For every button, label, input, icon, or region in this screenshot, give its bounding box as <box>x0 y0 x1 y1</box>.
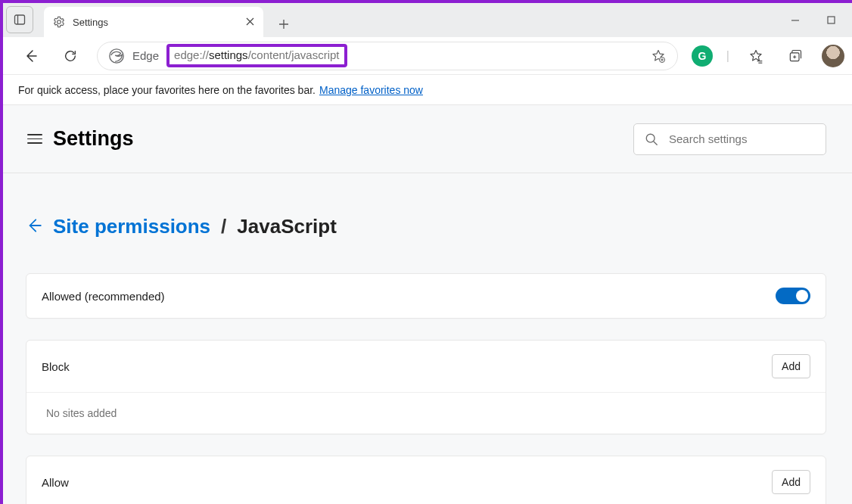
tab-strip: Settings <box>44 3 297 37</box>
arrow-left-icon <box>26 217 42 234</box>
collections-button[interactable] <box>782 43 808 69</box>
grammarly-extension-icon[interactable]: G <box>692 45 713 67</box>
svg-point-9 <box>646 134 655 142</box>
search-icon <box>645 132 658 146</box>
menu-button[interactable] <box>21 126 48 153</box>
page-title: Settings <box>53 127 134 151</box>
block-label: Block <box>42 360 70 373</box>
star-plus-icon <box>651 48 666 64</box>
tab-settings[interactable]: Settings <box>44 7 263 37</box>
toolbar: Edge edge://settings/content/javascript … <box>3 37 852 75</box>
browser-name-label: Edge <box>132 49 159 62</box>
maximize-icon <box>827 16 835 24</box>
allow-add-button[interactable]: Add <box>772 470 810 494</box>
edge-logo-icon <box>108 48 125 64</box>
arrow-left-icon <box>23 48 39 64</box>
settings-search[interactable] <box>633 123 826 155</box>
maximize-button[interactable] <box>827 16 835 24</box>
add-favorite-button[interactable] <box>645 43 671 69</box>
tab-close-button[interactable] <box>246 15 254 29</box>
search-input[interactable] <box>669 132 815 145</box>
refresh-icon <box>64 49 77 63</box>
url-display: edge://settings/content/javascript <box>166 44 638 67</box>
favorites-button[interactable] <box>743 43 769 69</box>
back-button[interactable] <box>18 43 44 69</box>
url-highlight: edge://settings/content/javascript <box>166 44 347 67</box>
url-protocol: edge:// <box>174 48 209 61</box>
plus-icon <box>278 19 289 30</box>
window-controls <box>791 3 852 37</box>
allowed-toggle[interactable] <box>776 288 810 304</box>
close-icon <box>246 17 254 26</box>
allowed-label: Allowed (recommended) <box>42 290 165 303</box>
tab-title: Settings <box>73 17 238 28</box>
address-bar[interactable]: Edge edge://settings/content/javascript <box>97 42 678 70</box>
favorites-bar-message: For quick access, place your favorites h… <box>3 75 852 105</box>
titlebar: Settings <box>3 3 852 37</box>
hamburger-icon <box>27 134 42 135</box>
minimize-button[interactable] <box>791 16 800 25</box>
url-path: /content/javascript <box>248 48 340 61</box>
allow-label: Allow <box>42 476 69 489</box>
breadcrumb-separator: / <box>221 215 226 238</box>
star-lines-icon <box>748 48 763 64</box>
url-host: settings <box>209 48 248 61</box>
block-card: Block Add No sites added <box>26 340 826 434</box>
settings-header: Settings <box>3 105 852 173</box>
breadcrumb: Site permissions / JavaScript <box>26 215 826 238</box>
allowed-card: Allowed (recommended) <box>26 273 826 319</box>
breadcrumb-current: JavaScript <box>237 215 337 238</box>
block-empty-text: No sites added <box>46 407 117 419</box>
svg-rect-3 <box>828 17 835 23</box>
breadcrumb-back-button[interactable] <box>26 217 42 237</box>
block-add-button[interactable]: Add <box>772 354 810 378</box>
new-tab-button[interactable] <box>271 11 297 37</box>
profile-avatar[interactable] <box>822 45 844 67</box>
manage-favorites-link[interactable]: Manage favorites now <box>319 84 423 96</box>
breadcrumb-parent-link[interactable]: Site permissions <box>53 215 210 238</box>
favorites-bar-text: For quick access, place your favorites h… <box>18 84 316 96</box>
tab-actions-icon <box>14 14 26 26</box>
collections-icon <box>788 48 803 64</box>
tab-actions-button[interactable] <box>6 6 33 33</box>
minimize-icon <box>791 16 800 25</box>
refresh-button[interactable] <box>58 43 83 69</box>
gear-icon <box>53 16 65 28</box>
settings-content: Site permissions / JavaScript Allowed (r… <box>3 173 852 504</box>
allow-card: Allow Add <box>26 456 826 504</box>
svg-line-10 <box>654 142 657 145</box>
svg-rect-0 <box>15 15 25 24</box>
